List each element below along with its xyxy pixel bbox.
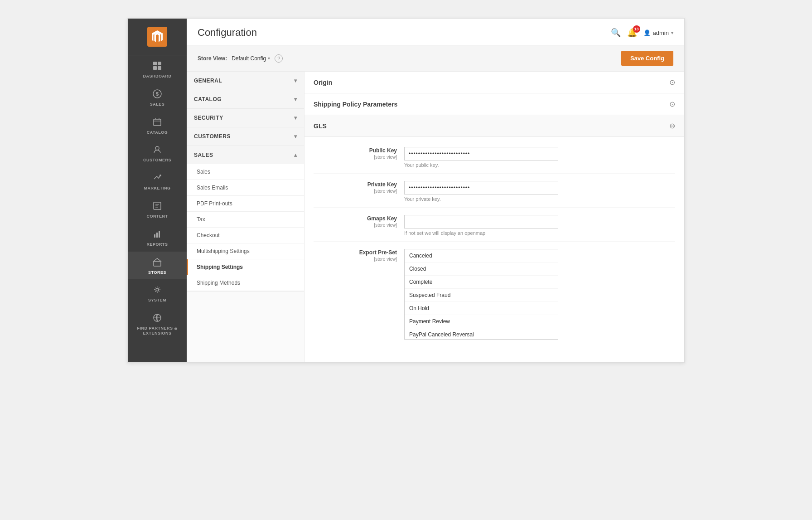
sidebar-item-label-sales: SALES: [150, 102, 165, 107]
sidebar-item-reports[interactable]: REPORTS: [128, 224, 187, 252]
nav-section-chevron-general: ▾: [294, 78, 297, 84]
svg-point-8: [155, 146, 159, 150]
list-option-payment-review[interactable]: Payment Review: [405, 315, 558, 328]
gls-title: GLS: [314, 122, 327, 130]
config-section-toggle-shipping-policy: ⊙: [669, 100, 675, 108]
config-section-header-origin[interactable]: Origin⊙: [304, 72, 684, 93]
store-view-select[interactable]: Default Config ▾: [232, 55, 270, 62]
gls-toggle-icon: ⊖: [669, 121, 675, 130]
list-option-paypal-canceled-reversal[interactable]: PayPal Canceled Reversal: [405, 328, 558, 340]
svg-rect-7: [154, 119, 161, 126]
sidebar-item-marketing[interactable]: MARKETING: [128, 167, 187, 195]
nav-section-header-sales[interactable]: SALES▴: [187, 146, 304, 164]
magento-logo-icon: [147, 27, 167, 47]
nav-section-header-general[interactable]: GENERAL▾: [187, 72, 304, 90]
nav-sub-item-shipping-settings[interactable]: Shipping Settings: [187, 259, 304, 275]
nav-sub-item-sales-emails[interactable]: Sales Emails: [187, 180, 304, 196]
nav-section-general: GENERAL▾: [187, 72, 304, 90]
nav-sub-item-sales[interactable]: Sales: [187, 164, 304, 180]
form-label-sub-private-key: [store view]: [314, 189, 397, 194]
nav-sub-item-multishipping[interactable]: Multishipping Settings: [187, 243, 304, 259]
admin-label: admin: [653, 29, 669, 36]
form-input-private-key[interactable]: [404, 181, 558, 194]
logo-area: [128, 19, 187, 55]
form-label-sub-public-key: [store view]: [314, 155, 397, 160]
form-row-gmaps-key: Gmaps Key[store view]If not set we will …: [314, 209, 675, 242]
partners-icon: [152, 313, 162, 324]
nav-section-chevron-security: ▾: [294, 115, 297, 121]
sidebar-item-catalog[interactable]: CATALOG: [128, 112, 187, 140]
store-view-label: Store View:: [198, 55, 227, 62]
nav-section-header-catalog[interactable]: CATALOG▾: [187, 90, 304, 108]
sidebar-item-label-marketing: MARKETING: [144, 186, 171, 191]
nav-section-security: SECURITY▾: [187, 109, 304, 127]
store-view-value: Default Config: [232, 55, 266, 62]
save-config-button[interactable]: Save Config: [621, 51, 673, 66]
nav-sub-item-shipping-methods[interactable]: Shipping Methods: [187, 275, 304, 291]
list-option-canceled[interactable]: Canceled: [405, 249, 558, 262]
svg-text:$: $: [156, 91, 159, 97]
nav-section-customers: CUSTOMERS▾: [187, 127, 304, 146]
catalog-icon: [152, 117, 162, 128]
nav-section-title-catalog: CATALOG: [194, 96, 222, 102]
gls-form-area: Public Key[store view]Your public key.Pr…: [304, 137, 684, 351]
nav-sub-item-tax[interactable]: Tax: [187, 212, 304, 228]
page-title: Configuration: [198, 27, 257, 39]
config-section-header-shipping-policy[interactable]: Shipping Policy Parameters⊙: [304, 93, 684, 115]
nav-section-header-security[interactable]: SECURITY▾: [187, 109, 304, 127]
nav-section-catalog: CATALOG▾: [187, 90, 304, 109]
form-label-private-key: Private Key: [367, 181, 397, 188]
svg-point-9: [160, 175, 161, 176]
list-option-complete[interactable]: Complete: [405, 276, 558, 289]
form-label-export-preset: Export Pre-Set: [359, 249, 397, 256]
help-icon[interactable]: ?: [275, 54, 283, 63]
form-hint-gmaps-key: If not set we will display an openmap: [404, 230, 675, 236]
sidebar-item-label-system: SYSTEM: [148, 298, 166, 303]
svg-rect-13: [159, 231, 160, 238]
sidebar-item-dashboard[interactable]: DASHBOARD: [128, 55, 187, 83]
sidebar-item-system[interactable]: SYSTEM: [128, 279, 187, 307]
svg-rect-11: [154, 234, 155, 238]
form-label-sub-gmaps-key: [store view]: [314, 223, 397, 228]
sidebar-item-stores[interactable]: STORES: [128, 252, 187, 280]
dashboard-icon: [152, 61, 162, 72]
sidebar-item-customers[interactable]: CUSTOMERS: [128, 139, 187, 167]
svg-rect-0: [147, 27, 167, 47]
form-field-col-private-key: Your private key.: [404, 181, 675, 202]
search-icon[interactable]: 🔍: [611, 28, 621, 38]
svg-rect-14: [154, 262, 161, 266]
svg-point-15: [156, 288, 159, 291]
nav-section-title-sales: SALES: [194, 152, 213, 158]
form-input-gmaps-key[interactable]: [404, 215, 558, 228]
nav-section-chevron-sales: ▴: [294, 152, 297, 158]
list-option-suspected-fraud[interactable]: Suspected Fraud: [405, 289, 558, 302]
admin-chevron-icon: ▾: [671, 30, 673, 35]
config-section-shipping-policy: Shipping Policy Parameters⊙: [304, 93, 684, 115]
customers-icon: [152, 145, 162, 156]
notification-bell[interactable]: 🔔 13: [627, 28, 637, 38]
svg-rect-3: [153, 66, 157, 70]
content-icon: [152, 201, 162, 212]
sidebar-item-partners[interactable]: FIND PARTNERS & EXTENSIONS: [128, 307, 187, 340]
list-option-on-hold[interactable]: On Hold: [405, 302, 558, 315]
form-input-public-key[interactable]: [404, 147, 558, 160]
sidebar-item-sales[interactable]: $SALES: [128, 83, 187, 112]
sidebar-item-content[interactable]: CONTENT: [128, 195, 187, 224]
left-panel: GENERAL▾CATALOG▾SECURITY▾CUSTOMERS▾SALES…: [187, 72, 304, 362]
admin-user-menu[interactable]: 👤 admin ▾: [643, 29, 673, 36]
store-view-bar: Store View: Default Config ▾ ? Save Conf…: [187, 45, 684, 72]
gls-section-header[interactable]: GLS ⊖: [304, 115, 684, 137]
form-row-private-key: Private Key[store view]Your private key.: [314, 175, 675, 208]
form-label-col-gmaps-key: Gmaps Key[store view]: [314, 215, 404, 228]
nav-section-header-customers[interactable]: CUSTOMERS▾: [187, 127, 304, 146]
nav-sub-item-checkout[interactable]: Checkout: [187, 228, 304, 243]
nav-section-title-general: GENERAL: [194, 78, 222, 84]
nav-sub-item-pdf-printouts[interactable]: PDF Print-outs: [187, 196, 304, 212]
list-option-closed[interactable]: Closed: [405, 262, 558, 276]
marketing-icon: [152, 173, 162, 184]
body-area: GENERAL▾CATALOG▾SECURITY▾CUSTOMERS▾SALES…: [187, 72, 684, 362]
notification-badge: 13: [633, 25, 640, 33]
stores-icon: [152, 257, 162, 268]
form-listbox-export-preset[interactable]: CanceledClosedCompleteSuspected FraudOn …: [404, 249, 558, 340]
sidebar-item-label-reports: REPORTS: [146, 242, 168, 247]
